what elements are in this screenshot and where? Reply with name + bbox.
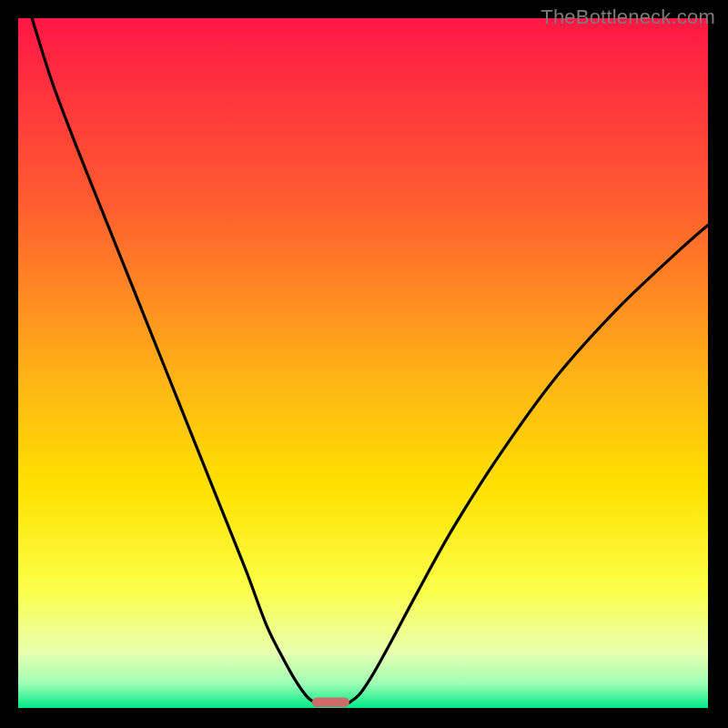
plot-frame xyxy=(18,18,708,708)
chart-container: TheBottleneck.com xyxy=(0,0,728,728)
bottleneck-marker xyxy=(312,697,349,707)
chart-svg xyxy=(18,18,708,708)
gradient-background xyxy=(18,18,708,708)
watermark-label: TheBottleneck.com xyxy=(541,5,715,29)
bottleneck-marker-pill xyxy=(312,697,349,707)
